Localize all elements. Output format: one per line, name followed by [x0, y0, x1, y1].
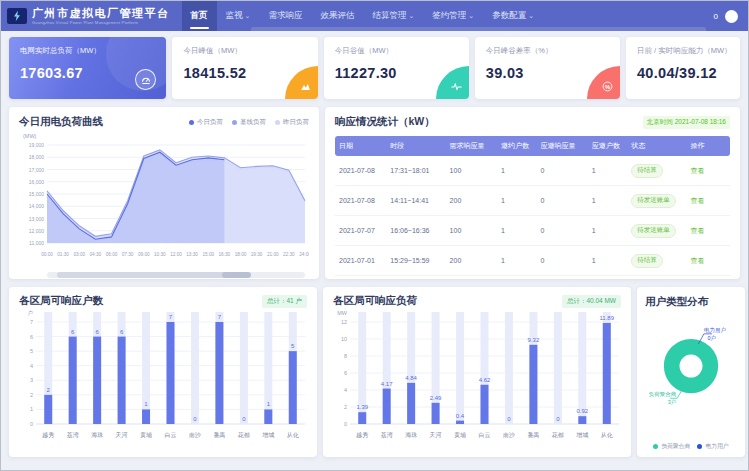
y-axis-unit: MW: [337, 310, 348, 316]
view-link[interactable]: 查看: [691, 257, 705, 264]
chart-element: [452, 84, 461, 90]
table-cell: 1: [497, 216, 537, 246]
kpi-value: 11227.30: [335, 65, 458, 81]
table-cell: 15:29~15:59: [386, 246, 445, 276]
legend-item[interactable]: 今日负荷: [189, 118, 223, 127]
nav-item-label: 效果评估: [320, 10, 354, 22]
bar-background: [191, 312, 199, 424]
scrollbar-handle[interactable]: [222, 272, 250, 278]
view-link[interactable]: 查看: [691, 197, 705, 204]
x-tick-label: 21:00: [267, 252, 279, 257]
status-badge: 待结算: [631, 254, 663, 268]
x-tick-label: 01:30: [57, 252, 69, 257]
x-tick-label: 22:30: [283, 252, 295, 257]
nav-item-0[interactable]: 首页: [182, 1, 217, 31]
load-capacity-panel: 各区局可响应负荷 总计：40.04 MW 024681012MW1.39越秀4.…: [323, 287, 631, 457]
y-tick-label: 16,000: [29, 179, 45, 185]
kpi-value: 39.03: [486, 65, 609, 81]
kpi-label: 今日峰谷差率（%）: [486, 46, 609, 56]
x-tick-label: 13:30: [186, 252, 198, 257]
view-link[interactable]: 查看: [691, 167, 705, 174]
x-tick-label: 花都: [552, 432, 564, 439]
table-cell: 1: [497, 246, 537, 276]
bar: [69, 337, 77, 424]
scrollbar-thumb[interactable]: [57, 272, 238, 278]
table-column-header: 日期: [335, 136, 386, 156]
panel-title: 各区局可响应户数: [19, 294, 103, 308]
top-navbar: 广州市虚拟电厂管理平台 Guangzhou Virtual Power Plan…: [1, 1, 748, 31]
y-tick-label: 12: [341, 319, 347, 325]
legend-item[interactable]: 电力用户: [697, 442, 728, 451]
table-column-header: 操作: [687, 136, 730, 156]
table-cell: 0: [536, 156, 587, 186]
callout-value: 3户: [668, 399, 677, 405]
nav-item-label: 结算管理: [372, 10, 406, 22]
legend-item[interactable]: 基线负荷: [232, 118, 266, 127]
bottom-row: 各区局可响应户数 总计：41 户 01234567户2越秀6荔湾6海珠6天河1黄…: [1, 279, 748, 463]
bar: [383, 389, 391, 424]
callout-label: 电力用户: [704, 327, 726, 334]
table-row: 2021-07-0716:06~16:36100101待发送账单查看: [335, 216, 730, 246]
y-tick-label: 0: [344, 421, 347, 427]
load-curve-chart: 11,00012,00013,00014,00015,00016,00017,0…: [19, 139, 309, 265]
table-cell: 100: [446, 156, 497, 186]
legend-item[interactable]: 昨日负荷: [275, 118, 309, 127]
status-cell: 待发送账单: [627, 216, 686, 246]
y-tick-label: 6: [30, 334, 33, 340]
view-link[interactable]: 查看: [691, 227, 705, 234]
load-curve-panel: 今日用电负荷曲线 今日负荷基线负荷昨日负荷 (MW) 11,00012,0001…: [9, 107, 319, 279]
table-cell: 1: [497, 156, 537, 186]
table-cell: 0: [536, 216, 587, 246]
panel-title: 各区局可响应负荷: [333, 294, 417, 308]
nav-item-label: 参数配置: [492, 10, 526, 22]
table-cell: 2021-07-08: [335, 186, 386, 216]
callout-label: 负荷聚合商: [649, 391, 677, 398]
table-cell: 1: [497, 186, 537, 216]
app-logo-icon: [7, 8, 27, 24]
y-tick-label: 4: [30, 363, 33, 369]
status-badge: 待发送账单: [631, 194, 676, 208]
bar: [481, 385, 489, 424]
bar: [456, 421, 464, 424]
app-subtitle: Guangzhou Virtual Power Plant Management…: [32, 21, 170, 25]
x-tick-label: 16:30: [219, 252, 231, 257]
x-tick-label: 从化: [287, 432, 299, 439]
notification-count[interactable]: 0: [714, 12, 718, 21]
x-tick-label: 15:00: [202, 252, 214, 257]
panel-title: 用户类型分布: [645, 295, 708, 309]
nav-item-label: 签约管理: [432, 10, 466, 22]
x-tick-label: 10:30: [154, 252, 166, 257]
y-tick-label: 19,000: [29, 142, 45, 148]
x-tick-label: 荔湾: [67, 431, 79, 439]
bar-value-label: 4.62: [479, 377, 491, 383]
legend-item[interactable]: 负荷聚合商: [653, 442, 690, 451]
x-tick-label: 00:00: [41, 252, 53, 257]
table-row: 2021-07-0814:11~14:41200101待发送账单查看: [335, 186, 730, 216]
nav-right: 0: [714, 10, 738, 23]
status-badge: 待结算: [631, 164, 663, 178]
gauge-icon: [135, 69, 156, 90]
bar: [603, 323, 611, 424]
x-tick-label: 天河: [430, 432, 442, 438]
user-avatar[interactable]: [725, 10, 738, 23]
legend-label: 今日负荷: [197, 118, 223, 127]
x-tick-label: 花都: [238, 432, 250, 439]
y-tick-label: 13,000: [29, 216, 45, 222]
x-tick-label: 海珠: [91, 432, 103, 438]
x-tick-label: 黄埔: [140, 432, 152, 438]
x-tick-label: 增城: [262, 432, 274, 439]
chevron-down-icon: ⌄: [528, 12, 534, 20]
legend-label: 基线负荷: [240, 118, 266, 127]
response-stats-panel: 响应情况统计（kW） 北京时间 2021-07-08 18:16 日期时段需求响…: [325, 107, 740, 279]
table-column-header: 状态: [627, 136, 686, 156]
chevron-down-icon: ⌄: [245, 12, 251, 20]
nav-highlight-strip: [251, 27, 706, 31]
chart-zoom-scrollbar[interactable]: [47, 272, 305, 278]
legend-dot: [697, 444, 702, 449]
kpi-label: 日前 / 实时响应能力（MW）: [637, 46, 729, 56]
y-tick-label: 3: [30, 377, 33, 383]
table-cell: 1: [588, 216, 628, 246]
legend-dot: [232, 120, 237, 125]
chart-element: [146, 78, 148, 81]
legend-dot: [189, 120, 194, 125]
